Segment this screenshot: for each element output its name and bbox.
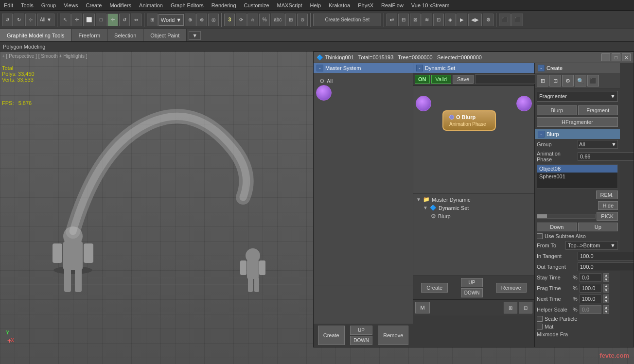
frag-time-up[interactable]: ▲ [603,284,609,288]
out-tangent-input[interactable] [578,262,634,271]
ds-down-btn[interactable]: DOWN [461,288,483,297]
menu-tools[interactable]: Tools [17,1,37,9]
next-time-up[interactable]: ▲ [603,295,609,299]
menu-edit[interactable]: Edit [0,1,17,9]
tab-graphite[interactable]: Graphite Modeling Tools [0,29,71,41]
menu-physx[interactable]: PhysX [354,1,377,9]
menu-rendering[interactable]: Rendering [208,1,240,9]
ds-create-btn[interactable]: Create [421,283,448,293]
ds-up-btn[interactable]: UP [461,278,483,287]
scroll-track[interactable] [537,214,596,219]
toolbar-pin[interactable]: ⊞ [147,14,158,26]
toolbar-align[interactable]: ⊟ [398,14,409,26]
tab-extra-dropdown[interactable]: ▼ [189,31,201,40]
viewport[interactable]: + [ Perspective ] [ Smooth + Highlights … [0,52,634,364]
dynamic-set-collapse-btn[interactable]: - [416,65,423,71]
menu-customize[interactable]: Customize [240,1,273,9]
menu-help[interactable]: Help [306,1,325,9]
tab-selection[interactable]: Selection [107,29,143,41]
fragment-btn[interactable]: Fragment [578,105,618,115]
dialog-close-btn[interactable]: ✕ [622,53,631,61]
toolbar-renderf[interactable]: ◀▶ [468,14,482,26]
toolbar-scale[interactable]: ⇔ [131,14,141,26]
toolbar-abc[interactable]: abc [271,14,284,26]
toolbar-mirror[interactable]: ⇄ [387,14,397,26]
world-dropdown[interactable]: World ▼ [158,14,184,26]
tree-master-dynamic[interactable]: ▼ 📁 Master Dynamic [415,195,532,204]
create-panel-collapse-btn[interactable]: - [538,65,545,71]
dynamic-on-btn[interactable]: ON [415,75,430,84]
master-create-btn[interactable]: Create [318,326,345,345]
toolbar-material[interactable]: ◈ [445,14,456,26]
frag-time-input[interactable] [580,284,601,293]
anim-phase-input[interactable] [578,152,634,161]
create-selection-input[interactable]: Create Selection Set [313,14,381,26]
toolbar-rect[interactable]: □ [96,14,106,26]
from-to-dropdown[interactable]: Top-->Bottom ▼ [565,241,618,250]
hide-btn[interactable]: Hide [598,201,618,210]
toolbar-lasso[interactable]: ⬜ [83,14,95,26]
ds-remove-btn[interactable]: Remove [496,283,527,293]
pick-btn[interactable]: PICK [597,212,618,221]
toolbar-3[interactable]: 3 [224,14,235,26]
create-fragmenter-dropdown[interactable]: Fragmenter ▼ [537,91,618,102]
mat-checkbox[interactable] [537,324,543,329]
stay-time-down[interactable]: ▼ [603,277,609,282]
toolbar-redo[interactable]: ↻ [14,14,24,26]
menu-vue[interactable]: Vue 10 xStream [407,1,453,9]
use-subtree-checkbox[interactable] [537,233,543,239]
group-dropdown[interactable]: All ▼ [578,140,618,149]
helper-scale-input[interactable] [580,305,601,314]
master-down-btn[interactable]: DOWN [350,336,372,345]
scale-particle-checkbox[interactable] [537,316,543,322]
toolbar-grid[interactable]: ⊞ [285,14,296,26]
toolbar-snap[interactable]: ⊙ [297,14,308,26]
tab-object-paint[interactable]: Object Paint [143,29,187,41]
helper-scale-up[interactable]: ▲ [603,305,609,310]
menu-group[interactable]: Group [37,1,60,9]
menu-animation[interactable]: Animation [135,1,167,9]
tree-blurp[interactable]: ⚙ Blurp [415,212,532,221]
toolbar-layer[interactable]: ⊠ [410,14,421,26]
toolbar-box1[interactable]: ⬛ [499,14,511,26]
hfragmenter-btn[interactable]: HFragmenter [537,117,618,127]
menu-modifiers[interactable]: Modifiers [106,1,135,9]
toolbar-link[interactable]: ⊕ [185,14,195,26]
toolbar-render[interactable]: ▶ [457,14,467,26]
create-icon-5[interactable]: ⬛ [587,75,599,87]
ds-icon-btn1[interactable]: ⊞ [504,302,517,313]
master-up-btn[interactable]: UP [350,326,372,335]
master-all-item[interactable]: ⚙ All [318,77,413,86]
toolbar-box2[interactable]: ⬛ [511,14,523,26]
dynamic-save-btn[interactable]: Save [453,75,474,84]
rem-btn[interactable]: REM. [596,191,618,199]
toolbar-select-obj[interactable]: ↖ [60,14,70,26]
create-icon-3[interactable]: ⚙ [562,75,574,87]
tree-dynamic-set[interactable]: ▼ 🔷 Dynamic Set [415,204,532,212]
toolbar-bind[interactable]: ◎ [208,14,219,26]
toolbar-settings[interactable]: ⚙ [483,14,493,26]
toolbar-crosshair[interactable]: ✛ [107,14,118,26]
toolbar-pct[interactable]: % [259,14,270,26]
create-icon-2[interactable]: ⊡ [549,75,561,87]
dynamic-valid-btn[interactable]: Valid [431,75,452,84]
stay-time-input[interactable] [580,273,601,282]
master-remove-btn[interactable]: Remove [378,326,408,345]
frag-time-down[interactable]: ▼ [603,288,609,293]
dialog-maximize-btn[interactable]: □ [612,53,620,61]
toolbar-rotate[interactable]: ↺ [119,14,130,26]
toolbar-unlink[interactable]: ⊗ [196,14,207,26]
blurp-node[interactable]: O Blurp Animation Phase [442,110,496,131]
toolbar-move[interactable]: ✛ [71,14,82,26]
blurp-section-collapse[interactable]: - [538,131,545,138]
menu-create[interactable]: Create [82,1,106,9]
obj-item-sphere001[interactable]: Sphere001 [537,173,617,180]
down-btn[interactable]: Down [537,223,577,231]
stay-time-up[interactable]: ▲ [603,273,609,277]
toolbar-graph[interactable]: ≋ [422,14,432,26]
menu-krakatoa[interactable]: Krakatoa [325,1,354,9]
next-time-down[interactable]: ▼ [603,299,609,303]
up-btn[interactable]: Up [578,223,618,231]
menu-graph-editors[interactable]: Graph Editors [167,1,208,9]
menu-maxscript[interactable]: MAXScript [273,1,306,9]
